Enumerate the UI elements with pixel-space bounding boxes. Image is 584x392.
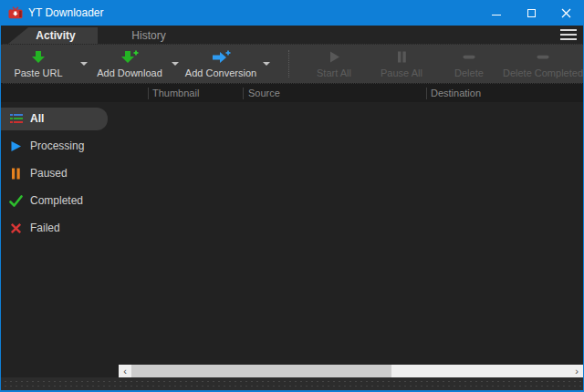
filter-sidebar: All Processing: [1, 102, 120, 377]
tab-history[interactable]: History: [98, 27, 200, 44]
column-destination: Destination: [431, 88, 481, 98]
chevron-down-icon: [263, 62, 270, 66]
minimize-icon: [492, 15, 501, 15]
delete-label: Delete: [454, 67, 484, 78]
tab-activity[interactable]: Activity: [1, 27, 98, 44]
scroll-left-arrow[interactable]: ‹: [119, 365, 131, 377]
add-conversion-dropdown[interactable]: [256, 45, 276, 83]
blue-right-arrow-plus-icon: [212, 50, 231, 65]
tab-activity-label: Activity: [36, 29, 75, 42]
sidebar-item-label: Completed: [30, 194, 83, 207]
minimize-button[interactable]: [479, 0, 514, 26]
x-red-icon: [9, 222, 23, 234]
scroll-right-arrow[interactable]: ›: [570, 365, 583, 377]
minus-icon: [462, 50, 476, 65]
play-blue-icon: [9, 140, 23, 152]
delete-completed-button[interactable]: Delete Completed: [503, 45, 583, 83]
sidebar-item-label: All: [30, 112, 44, 125]
window-title: YT Downloader: [28, 6, 104, 19]
pause-icon: [395, 50, 408, 65]
minus-icon: [536, 50, 550, 65]
add-conversion-button[interactable]: Add Conversion: [185, 45, 256, 83]
column-separator: [426, 88, 427, 99]
sidebar-item-processing[interactable]: Processing: [1, 135, 108, 158]
tab-history-label: History: [131, 29, 165, 42]
close-icon: [561, 8, 571, 18]
list-header: Thumbnail Source Destination: [1, 84, 583, 102]
green-down-arrow-icon: [31, 50, 46, 65]
add-download-button[interactable]: Add Download: [94, 45, 165, 83]
column-separator: [148, 88, 149, 99]
maximize-icon: [527, 9, 536, 17]
toolbar: Paste URL Add Download: [1, 44, 583, 84]
sidebar-item-completed[interactable]: Completed: [1, 190, 108, 212]
pause-all-button[interactable]: Pause All: [368, 45, 435, 83]
maximize-button[interactable]: [514, 0, 548, 26]
sidebar-item-all[interactable]: All: [1, 108, 108, 130]
pause-all-label: Pause All: [381, 67, 422, 78]
sidebar-item-paused[interactable]: Paused: [1, 162, 108, 185]
start-all-label: Start All: [317, 67, 351, 78]
column-thumbnail: Thumbnail: [152, 88, 199, 98]
paste-url-dropdown[interactable]: [74, 45, 94, 83]
add-download-group: Add Download: [94, 45, 185, 83]
green-down-arrow-plus-icon: [120, 50, 139, 65]
sidebar-item-failed[interactable]: Failed: [1, 217, 108, 240]
download-list-area: [120, 102, 583, 377]
sidebar-item-label: Processing: [30, 139, 84, 152]
paste-url-label: Paste URL: [14, 67, 62, 78]
sidebar-item-label: Paused: [30, 167, 68, 180]
app-window: YT Downloader Activity History: [0, 0, 584, 392]
chevron-down-icon: [80, 62, 88, 66]
sidebar-row: Completed: [1, 187, 120, 214]
pause-orange-icon: [9, 168, 23, 180]
add-conversion-label: Add Conversion: [185, 67, 256, 78]
column-separator: [243, 88, 244, 99]
check-green-icon: [9, 195, 23, 207]
close-button[interactable]: [548, 0, 583, 26]
add-conversion-group: Add Conversion: [185, 45, 276, 83]
add-download-dropdown[interactable]: [165, 45, 185, 83]
paste-url-button[interactable]: Paste URL: [3, 45, 74, 83]
toolbar-separator: [288, 50, 289, 77]
main-area: All Processing: [1, 102, 583, 377]
sidebar-item-label: Failed: [30, 222, 60, 234]
sidebar-row: All: [1, 105, 120, 132]
sidebar-row: Failed: [1, 214, 120, 242]
titlebar: YT Downloader: [1, 0, 583, 26]
play-icon: [327, 50, 341, 65]
delete-completed-label: Delete Completed: [503, 67, 583, 78]
column-source: Source: [248, 88, 280, 98]
delete-button[interactable]: Delete: [435, 45, 503, 83]
tab-bar: Activity History: [1, 26, 583, 44]
list-multicolor-icon: [9, 113, 23, 124]
window-controls: [479, 0, 583, 26]
status-bar: [1, 377, 583, 390]
menu-icon[interactable]: [560, 29, 577, 40]
add-download-label: Add Download: [97, 67, 162, 78]
app-icon: [8, 6, 23, 19]
scrollbar-thumb[interactable]: [131, 365, 391, 377]
start-all-button[interactable]: Start All: [300, 45, 368, 83]
sidebar-row: Processing: [1, 132, 120, 160]
paste-url-group: Paste URL: [3, 45, 94, 83]
sidebar-row: Paused: [1, 160, 120, 187]
chevron-down-icon: [172, 62, 179, 66]
horizontal-scrollbar[interactable]: ‹ ›: [119, 365, 583, 377]
